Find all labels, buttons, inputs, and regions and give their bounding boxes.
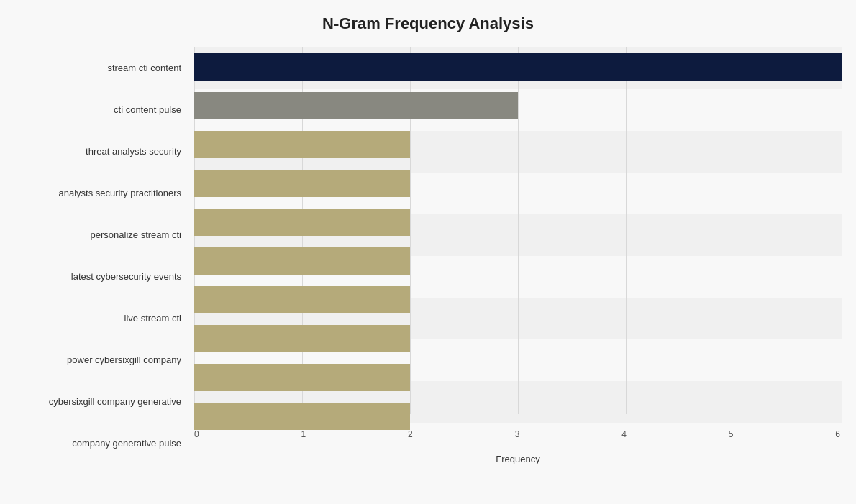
x-tick-4: 4 — [621, 429, 627, 439]
chart-title: N-Gram Frequency Analysis — [14, 14, 842, 33]
x-tick-3: 3 — [515, 429, 520, 439]
bar-2 — [194, 131, 410, 158]
x-tick-1: 1 — [301, 429, 306, 439]
y-labels: stream cti contentcti content pulsethrea… — [14, 47, 194, 464]
grid-line-5 — [734, 47, 734, 414]
y-label-3: analysts security practitioners — [14, 188, 187, 199]
y-label-8: cybersixgill company generative — [14, 396, 187, 408]
y-label-0: stream cti content — [14, 63, 187, 74]
bar-6 — [194, 286, 410, 313]
x-tick-6: 6 — [835, 429, 840, 439]
bar-0 — [194, 53, 842, 81]
bar-5 — [194, 247, 410, 275]
grid-line-3 — [518, 47, 519, 414]
y-label-6: live stream cti — [14, 313, 187, 324]
bar-8 — [194, 364, 410, 391]
bar-3 — [194, 170, 410, 197]
chart-area: stream cti contentcti content pulsethrea… — [14, 47, 842, 464]
grid-line-6 — [842, 47, 842, 414]
chart-container: N-Gram Frequency Analysis stream cti con… — [0, 0, 856, 504]
y-label-1: cti content pulse — [14, 104, 187, 116]
bars-area: Frequency 0123456 — [194, 47, 842, 436]
y-label-5: latest cybersecurity events — [14, 271, 187, 283]
x-tick-0: 0 — [194, 429, 199, 439]
grid-line-4 — [626, 47, 627, 414]
bar-1 — [194, 92, 518, 119]
bar-9 — [194, 403, 410, 430]
x-tick-2: 2 — [408, 429, 413, 439]
bar-row-0 — [194, 52, 842, 82]
y-label-2: threat analysts security — [14, 146, 187, 157]
bar-4 — [194, 209, 410, 236]
y-label-7: power cybersixgill company — [14, 354, 187, 366]
bar-7 — [194, 325, 410, 352]
y-label-9: company generative pulse — [14, 438, 187, 449]
y-label-4: personalize stream cti — [14, 229, 187, 241]
x-axis-label: Frequency — [496, 454, 539, 464]
x-tick-5: 5 — [729, 429, 734, 439]
